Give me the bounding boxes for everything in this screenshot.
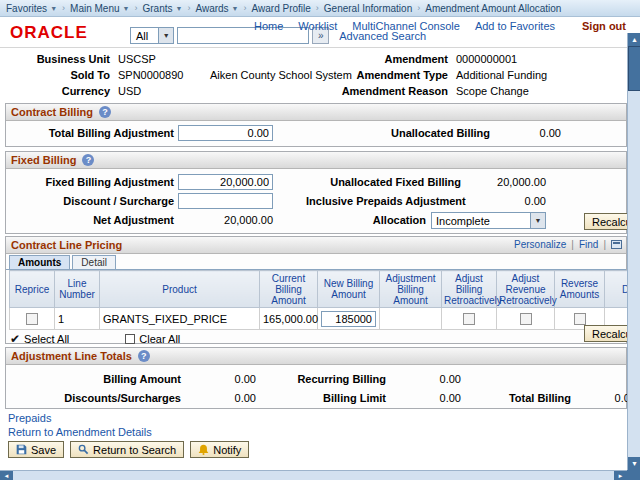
section-title: Contract Line Pricing: [11, 239, 122, 251]
net-adjustment-value: 20,000.00: [178, 214, 273, 226]
breadcrumb-separator-icon: ›: [62, 3, 65, 13]
new-billing-input[interactable]: [321, 311, 376, 327]
amendment-reason-value: Scope Change: [456, 85, 529, 97]
help-icon[interactable]: ?: [99, 106, 111, 118]
breadcrumb-main-menu[interactable]: Main Menu ▼: [70, 3, 129, 14]
adjustment-line-totals-section: Adjustment Line Totals ? Billing Amount …: [5, 347, 627, 409]
zoom-grid-icon[interactable]: [611, 240, 622, 249]
vertical-scroll-thumb[interactable]: [628, 46, 640, 91]
billing-amount-value: 0.00: [201, 373, 256, 385]
scroll-down-icon[interactable]: ▼: [628, 457, 640, 470]
notify-button[interactable]: Notify: [190, 441, 249, 458]
chevron-down-icon[interactable]: ▼: [530, 213, 545, 228]
amendment-type-label: Amendment Type: [330, 69, 448, 81]
home-link[interactable]: Home: [254, 20, 283, 32]
current-billing-cell: 165,000.00: [260, 308, 318, 330]
breadcrumb-favorites[interactable]: Favorites ▼: [6, 3, 57, 14]
tab-detail[interactable]: Detail: [72, 255, 116, 269]
add-to-favorites-link[interactable]: Add to Favorites: [475, 20, 555, 32]
breadcrumb-label: Award Profile: [252, 3, 311, 14]
fixed-billing-adjustment-label: Fixed Billing Adjustment: [14, 176, 174, 188]
net-adjustment-label: Net Adjustment: [14, 214, 174, 226]
breadcrumb-award-profile[interactable]: Award Profile: [252, 3, 311, 14]
section-title: Adjustment Line Totals: [11, 350, 132, 362]
help-icon[interactable]: ?: [82, 154, 94, 166]
amendment-value: 0000000001: [456, 53, 517, 65]
grid-tabs: Amounts Detail: [6, 254, 626, 270]
line-number-cell: 1: [55, 308, 100, 330]
breadcrumb-label: Main Menu: [70, 3, 119, 14]
amendment-summary: Business Unit USCSP Amendment 0000000001…: [0, 50, 627, 102]
select-all-icon[interactable]: ✔: [10, 334, 20, 344]
allocation-label: Allocation: [371, 214, 426, 226]
inclusive-prepaids-value: 0.00: [476, 195, 546, 207]
section-title: Contract Billing: [11, 106, 93, 118]
amendment-type-value: Additional Funding: [456, 69, 547, 81]
return-to-amendment-details-link[interactable]: Return to Amendment Details: [8, 426, 152, 438]
personalize-link[interactable]: Personalize: [514, 239, 566, 250]
notify-label: Notify: [213, 444, 241, 456]
page-toolbar: Save Return to Search Notify: [8, 441, 249, 458]
discounts-surcharges-value: 0.00: [201, 392, 256, 404]
clear-all-icon[interactable]: [125, 334, 135, 344]
unallocated-fixed-billing-value: 20,000.00: [476, 176, 546, 188]
fixed-billing-adjustment-input[interactable]: [178, 174, 273, 190]
unallocated-billing-label: Unallocated Billing: [391, 127, 486, 139]
breadcrumb-separator-icon: ›: [316, 3, 319, 13]
breadcrumb-separator-icon: ›: [187, 3, 190, 13]
tab-amounts[interactable]: Amounts: [9, 255, 70, 269]
select-all-link[interactable]: Select All: [24, 333, 69, 345]
search-scope-dropdown[interactable]: All ▼: [130, 27, 174, 44]
breadcrumb-label: Awards: [195, 3, 228, 14]
product-cell: GRANTS_FIXED_PRICE: [100, 308, 260, 330]
return-to-search-button[interactable]: Return to Search: [70, 441, 184, 458]
reverse-amounts-checkbox[interactable]: [574, 313, 586, 325]
horizontal-scrollbar[interactable]: ◄ ►: [0, 470, 627, 480]
line-pricing-table: Reprice Line Number Product Current Bill…: [9, 270, 640, 330]
table-row: 1 GRANTS_FIXED_PRICE 165,000.00: [10, 308, 640, 330]
separator: |: [571, 239, 574, 250]
adjust-revenue-retro-checkbox[interactable]: [520, 313, 532, 325]
allocation-dropdown[interactable]: Incomplete ▼: [431, 212, 546, 229]
search-return-icon: [78, 444, 89, 455]
section-title: Fixed Billing: [11, 154, 76, 166]
total-billing-adjustment-input[interactable]: [178, 125, 273, 141]
prepaids-link[interactable]: Prepaids: [8, 412, 51, 424]
scroll-left-icon[interactable]: ◄: [0, 471, 13, 480]
scroll-up-icon[interactable]: ▲: [628, 33, 640, 46]
multichannel-console-link[interactable]: MultiChannel Console: [352, 20, 460, 32]
chevron-down-icon[interactable]: ▼: [158, 28, 173, 43]
save-button[interactable]: Save: [8, 441, 64, 458]
col-line-number: Line Number: [55, 271, 100, 308]
unallocated-billing-value: 0.00: [496, 127, 561, 139]
billing-limit-label: Billing Limit: [286, 392, 386, 404]
worklist-link[interactable]: Worklist: [298, 20, 337, 32]
scroll-right-icon[interactable]: ►: [614, 471, 627, 480]
notify-bell-icon: [198, 444, 209, 455]
vertical-scrollbar[interactable]: ▲ ▼: [627, 33, 640, 470]
breadcrumb-grants[interactable]: Grants ▼: [142, 3, 182, 14]
peoplesoft-page: Favorites ▼ › Main Menu ▼ › Grants ▼ › A…: [0, 0, 640, 480]
col-adjust-revenue-retroactively: Adjust Revenue Retroactively: [497, 271, 555, 308]
amendment-label: Amendment: [330, 53, 448, 65]
col-product: Product: [100, 271, 260, 308]
find-link[interactable]: Find: [579, 239, 598, 250]
recurring-billing-value: 0.00: [406, 373, 461, 385]
business-unit-label: Business Unit: [10, 53, 110, 65]
currency-label: Currency: [10, 85, 110, 97]
billing-limit-value: 0.00: [406, 392, 461, 404]
breadcrumb-awards[interactable]: Awards ▼: [195, 3, 238, 14]
reprice-checkbox[interactable]: [26, 313, 38, 325]
return-to-search-label: Return to Search: [93, 444, 176, 456]
sign-out-link[interactable]: Sign out: [582, 20, 626, 32]
amendment-reason-label: Amendment Reason: [330, 85, 448, 97]
help-icon[interactable]: ?: [138, 350, 150, 362]
grid-footer-actions: ✔ Select All Clear All: [10, 333, 626, 345]
discount-surcharge-label: Discount / Surcharge: [14, 195, 174, 207]
clear-all-link[interactable]: Clear All: [139, 333, 180, 345]
adjust-billing-retro-checkbox[interactable]: [463, 313, 475, 325]
separator: |: [603, 239, 606, 250]
breadcrumb-general-information[interactable]: General Information: [324, 3, 412, 14]
discount-surcharge-input[interactable]: [178, 193, 273, 209]
header-links: Home Worklist MultiChannel Console Add t…: [254, 20, 626, 32]
